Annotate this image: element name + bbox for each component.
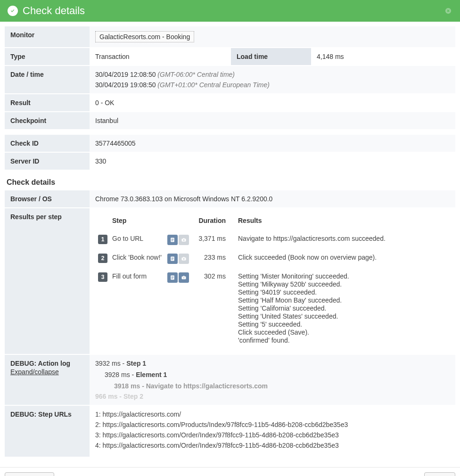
label-result: Result xyxy=(5,94,90,112)
ids-table: Check ID 35774465005 Server ID 330 xyxy=(5,135,455,171)
svg-rect-16 xyxy=(172,277,174,277)
label-actionlog: DEBUG: Action log Expand/collapse xyxy=(5,355,90,406)
summary-table: Monitor GalacticResorts.com - Booking Ty… xyxy=(5,26,455,130)
step-log-icon[interactable] xyxy=(167,254,178,264)
svg-rect-9 xyxy=(172,258,174,258)
svg-point-21 xyxy=(183,277,184,279)
step-row: 2Click 'Book now!'233 msClick succeeded … xyxy=(96,250,449,268)
label-stepurls: DEBUG: Step URLs xyxy=(5,406,90,458)
step-name: Fill out form xyxy=(110,269,164,348)
step-results: Click succeeded (Book now on overview pa… xyxy=(236,250,449,268)
svg-point-7 xyxy=(183,239,184,241)
step-screenshot-icon[interactable] xyxy=(179,272,189,283)
svg-rect-2 xyxy=(172,239,174,239)
step-number-badge: 2 xyxy=(98,254,107,263)
svg-rect-4 xyxy=(172,241,173,241)
modal-header: Check details xyxy=(0,0,460,22)
step-url: 3: https://galacticresorts.com/Order/Ind… xyxy=(95,431,450,439)
label-type: Type xyxy=(5,48,90,66)
step-number-badge: 1 xyxy=(98,235,107,244)
value-datetime: 30/04/2019 12:08:50 (GMT-06:00* Central … xyxy=(90,66,455,94)
step-results: Setting 'Mister Monitoring' succeeded.Se… xyxy=(236,269,449,348)
stepurls-content: 1: https://galacticresorts.com/2: https:… xyxy=(90,406,455,458)
label-monitor: Monitor xyxy=(5,26,90,48)
label-loadtime: Load time xyxy=(231,48,311,66)
col-results: Results xyxy=(236,214,449,230)
modal-footer: Edit monitor Close xyxy=(0,467,460,476)
svg-rect-20 xyxy=(183,276,185,277)
label-checkpoint: Checkpoint xyxy=(5,112,90,130)
expand-collapse-link[interactable]: Expand/collapse xyxy=(10,368,84,376)
svg-rect-11 xyxy=(172,260,173,260)
step-log-icon[interactable] xyxy=(167,235,178,245)
label-browser: Browser / OS xyxy=(5,190,90,208)
svg-rect-18 xyxy=(172,279,173,279)
label-checkid: Check ID xyxy=(5,135,90,153)
value-checkid: 35774465005 xyxy=(90,135,455,153)
svg-rect-17 xyxy=(172,278,174,278)
modal-title: Check details xyxy=(23,5,439,17)
section-check-details: Check details xyxy=(5,175,455,190)
step-duration: 233 ms xyxy=(193,250,235,268)
step-log-icon[interactable] xyxy=(167,272,178,283)
svg-rect-10 xyxy=(172,259,174,259)
step-screenshot-icon[interactable] xyxy=(179,235,189,245)
svg-rect-6 xyxy=(183,238,185,239)
svg-rect-13 xyxy=(183,257,185,258)
value-loadtime: 4,148 ms xyxy=(311,48,455,66)
edit-monitor-button[interactable]: Edit monitor xyxy=(5,472,54,476)
step-screenshot-icon[interactable] xyxy=(179,254,189,264)
close-icon[interactable] xyxy=(444,7,452,15)
modal-body: Monitor GalacticResorts.com - Booking Ty… xyxy=(0,22,460,467)
step-results: Navigate to https://galacticresorts.com … xyxy=(236,231,449,249)
step-duration: 3,371 ms xyxy=(193,231,235,249)
step-url: 2: https://galacticresorts.com/Products/… xyxy=(95,421,450,428)
label-serverid: Server ID xyxy=(5,153,90,171)
actionlog-content: 3932 ms - Step 1 3928 ms - Element 1 391… xyxy=(90,355,455,406)
svg-rect-3 xyxy=(172,240,174,240)
value-browser: Chrome 73.0.3683.103 on Microsoft Window… xyxy=(90,190,455,208)
step-duration: 302 ms xyxy=(193,269,235,348)
steps-table: Step Duration Results 1Go to URL3,371 ms… xyxy=(95,213,450,349)
label-steps: Results per step xyxy=(5,208,90,355)
step-name: Go to URL xyxy=(110,231,164,249)
close-button[interactable]: Close xyxy=(424,472,455,476)
step-row: 3Fill out form302 msSetting 'Mister Moni… xyxy=(96,269,449,348)
value-type: Transaction xyxy=(90,48,231,66)
col-duration: Duration xyxy=(193,214,235,230)
step-url: 1: https://galacticresorts.com/ xyxy=(95,410,450,418)
monitor-link[interactable]: GalacticResorts.com - Booking xyxy=(95,31,194,42)
details-table: Browser / OS Chrome 73.0.3683.103 on Mic… xyxy=(5,190,455,458)
step-url: 4: https://galacticresorts.com/Order/Ind… xyxy=(95,442,450,449)
svg-point-14 xyxy=(183,258,184,260)
check-details-modal: Check details Monitor GalacticResorts.co… xyxy=(0,0,460,476)
status-ok-icon xyxy=(8,6,18,16)
label-datetime: Date / time xyxy=(5,66,90,94)
value-result: 0 - OK xyxy=(90,94,455,112)
step-name: Click 'Book now!' xyxy=(110,250,164,268)
step-row: 1Go to URL3,371 msNavigate to https://ga… xyxy=(96,231,449,249)
value-checkpoint: Istanbul xyxy=(90,112,455,130)
col-step: Step xyxy=(110,214,164,230)
value-serverid: 330 xyxy=(90,153,455,171)
step-number-badge: 3 xyxy=(98,272,107,282)
